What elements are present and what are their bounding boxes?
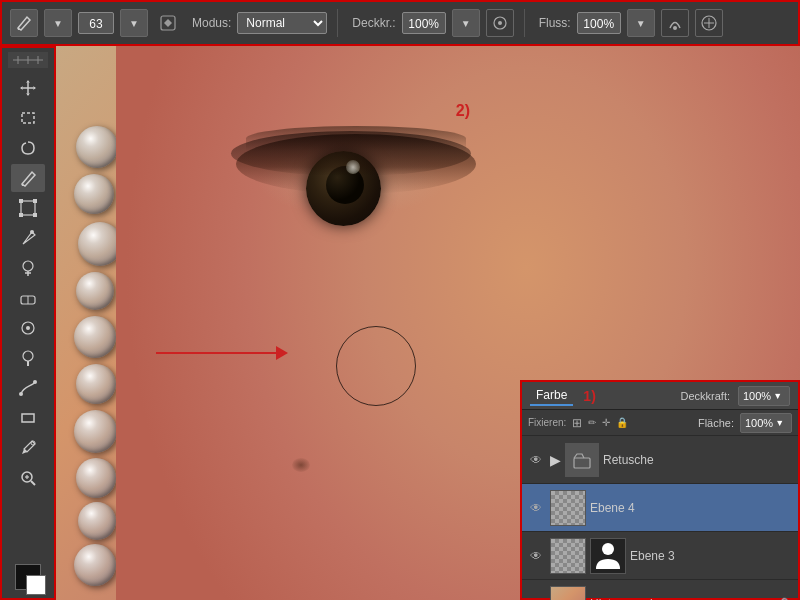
svg-point-2 [498,21,502,25]
fix-fill-row: Fixieren: ⊞ ✏ ✛ 🔒 Fläche: 100% ▼ [522,410,798,436]
brush-tool[interactable] [11,164,45,192]
svg-rect-14 [33,199,37,203]
flow-label: Fluss: [539,16,571,30]
brush-tool-button[interactable] [10,9,38,37]
blur-tool[interactable] [11,314,45,342]
fill-control[interactable]: 100% ▼ [740,413,792,433]
svg-point-28 [33,380,37,384]
mode-label: Modus: [192,16,231,30]
opacity-label-panel: Deckkraft: [680,390,730,402]
nose-area [276,450,326,480]
transform-tool[interactable] [11,194,45,222]
layer-thumbnail [550,490,586,526]
pen-path-tool[interactable] [11,374,45,402]
fill-label: Fläche: [698,417,734,429]
pen-tool[interactable] [11,224,45,252]
separator-1 [337,9,338,37]
layers-header: Farbe 1) Deckkraft: 100% ▼ [522,382,798,410]
opacity-label: Deckkr.: [352,16,395,30]
svg-rect-29 [22,414,34,422]
svg-point-27 [19,392,23,396]
svg-rect-12 [21,201,35,215]
svg-point-37 [602,543,614,555]
layer-row[interactable]: 👁 ▶ Retusche [522,436,798,484]
layer-row[interactable]: 👁 Ebene 3 [522,532,798,580]
svg-point-17 [30,230,34,234]
ruler-corner [8,52,48,68]
lock-position-icon[interactable]: ✛ [602,417,610,428]
svg-line-32 [31,481,35,485]
brush-size-input[interactable]: 63 [78,12,114,34]
svg-point-24 [26,326,30,330]
airbrush-icon[interactable] [486,9,514,37]
left-toolbar [0,46,56,600]
clone-stamp-tool[interactable] [11,254,45,282]
top-toolbar: ▼ 63 ▼ Modus: Normal Deckkr.: 100% ▼ Flu… [0,0,800,46]
step2-annotation: 2) [456,102,470,120]
lock-image-icon[interactable]: ✏ [588,417,596,428]
opacity-arrow[interactable]: ▼ [773,391,782,401]
lock-transparent-icon[interactable]: ⊞ [572,416,582,430]
layer-name: Hintergrund [590,597,773,601]
eyedropper-tool[interactable] [11,434,45,462]
layer-name: Retusche [603,453,792,467]
layers-panel: Farbe 1) Deckkraft: 100% ▼ Fixieren: ⊞ ✏… [520,380,800,600]
layer-name: Ebene 4 [590,501,792,515]
red-arrow [156,346,288,360]
color-swatches [15,564,41,590]
svg-point-18 [23,261,33,271]
fill-value: 100% [745,417,773,429]
flow-arrow[interactable]: ▼ [627,9,655,37]
dodge-tool[interactable] [11,344,45,372]
layer-lock-icon: 🔒 [777,597,792,601]
brush-options-button[interactable]: ▼ [44,9,72,37]
fill-arrow[interactable]: ▼ [775,418,784,428]
svg-point-25 [23,351,33,361]
layer-name: Ebene 3 [630,549,792,563]
mode-select[interactable]: Normal [237,12,327,34]
lock-all-icon[interactable]: 🔒 [616,417,628,428]
mode-icon [154,9,182,37]
lasso-tool[interactable] [11,134,45,162]
layer-row[interactable]: 👁 Hintergrund 🔒 [522,580,798,600]
layer-thumbnail [550,586,586,601]
opacity-input[interactable]: 100% [402,12,446,34]
step1-annotation: 1) [583,388,595,404]
svg-rect-11 [22,113,34,123]
foreground-color[interactable] [15,564,41,590]
svg-rect-15 [19,213,23,217]
layer-visibility-toggle[interactable]: 👁 [528,501,544,515]
group-expand-icon[interactable]: ▶ [550,452,561,468]
layer-visibility-toggle[interactable]: 👁 [528,597,544,601]
layer-row[interactable]: 👁 Ebene 4 [522,484,798,532]
layer-thumbnail [550,538,586,574]
size-options-button[interactable]: ▼ [120,9,148,37]
stylus-icon[interactable] [695,9,723,37]
pressure-icon[interactable] [661,9,689,37]
fix-label: Fixieren: [528,417,566,428]
shape-tool[interactable] [11,404,45,432]
eye-area [226,126,506,246]
opacity-value: 100% [743,390,771,402]
layer-visibility-toggle[interactable]: 👁 [528,549,544,563]
layer-visibility-toggle[interactable]: 👁 [528,453,544,467]
opacity-control[interactable]: 100% ▼ [738,386,790,406]
svg-rect-16 [33,213,37,217]
move-tool[interactable] [11,74,45,102]
marquee-rect-tool[interactable] [11,104,45,132]
layer-mask-thumbnail [590,538,626,574]
flow-input[interactable]: 100% [577,12,621,34]
zoom-tool[interactable] [11,464,45,492]
svg-point-3 [673,26,677,30]
layer-group-icon [565,443,599,477]
opacity-arrow[interactable]: ▼ [452,9,480,37]
layers-tab[interactable]: Farbe [530,386,573,406]
separator-2 [524,9,525,37]
eraser-tool[interactable] [11,284,45,312]
svg-rect-35 [574,458,590,468]
svg-rect-13 [19,199,23,203]
